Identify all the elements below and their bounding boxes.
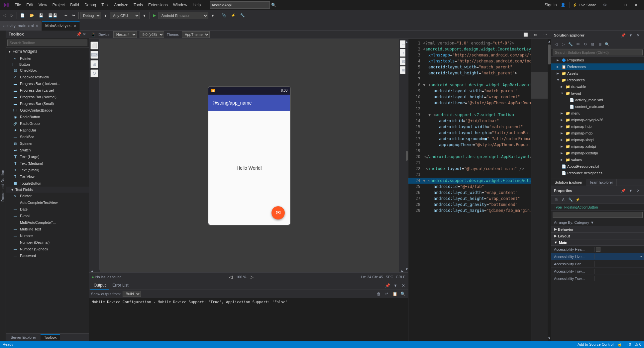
toolbox-item-email[interactable]: — E-mail [6,213,89,219]
xml-scroll-thumb[interactable] [548,44,551,64]
toolbox-item-number-decimal[interactable]: — Number (Decimal) [6,239,89,246]
sol-refresh-btn[interactable]: ↻ [582,41,589,47]
minimize-button[interactable]: — [609,0,620,10]
version-select[interactable]: 9.0 (v28) [140,31,164,38]
section-main[interactable]: ▼ Main [551,239,644,246]
sol-filter-btn[interactable]: ⊞ [596,41,603,47]
sol-forward-btn[interactable]: ▷ [560,41,567,47]
menu-build[interactable]: Build [67,1,82,9]
open-file-button[interactable]: 📂 [28,13,36,18]
device-select[interactable]: Nexus 4 [113,31,137,38]
debug-config-select[interactable]: Debug [80,12,101,19]
props-pin-icon[interactable]: 📌 [620,187,627,194]
toolbox-item-autocomplete[interactable]: — AutoCompleteTextView [6,199,89,206]
toolbox-item-switch[interactable]: ⇄ Switch [6,147,89,153]
clear-output-btn[interactable]: 🗑 [376,291,382,297]
tree-item-mipmap-xxxhdpi[interactable]: ▶ 📁 mipmap-xxxhdpi [551,150,644,156]
redo-button[interactable]: ↪ [70,13,77,18]
sol-back-btn[interactable]: ◁ [553,41,559,47]
tree-item-mipmap-hdpi[interactable]: ▶ 📁 mipmap-hdpi [551,123,644,130]
accessibility-traversal-before-input[interactable] [596,269,643,273]
solution-pin-icon[interactable]: 📌 [620,32,627,39]
emulator-arrow[interactable]: ▼ [209,13,217,18]
menu-test[interactable]: Test [99,1,111,9]
toolbox-item-text-large[interactable]: T Text (Large) [6,153,89,160]
output-pin-icon[interactable]: 📌 [384,282,391,289]
tab-toolbox[interactable]: Toolbox [41,334,60,340]
sign-in-label[interactable]: Sign in [545,3,557,7]
designer-scroll-left[interactable]: ◄ [90,269,94,273]
toolbox-item-radiobutton[interactable]: ◉ RadioButton [6,114,89,120]
prop-value-accessibility-traversal-after[interactable] [594,276,644,281]
toolbox-item-text-medium[interactable]: T Text (Medium) [6,160,89,167]
menu-debug[interactable]: Debug [82,1,99,9]
tree-item-activity-main-xml[interactable]: ▶ 📄 activity_main.xml [551,97,644,103]
props-events-btn[interactable]: ⚡ [575,196,581,203]
props-search-input[interactable] [553,212,643,218]
sol-search-icon[interactable]: 🔍 [604,41,610,47]
zoom-in-btn[interactable]: ◁ [227,274,235,280]
toolbox-item-quickcontact[interactable]: ⋮⋮ QuickContactBadge [6,107,89,114]
phone-fab-button[interactable]: ✉ [271,206,285,219]
toolbox-item-checkedtextview[interactable]: ✓ CheckedTextView [6,74,89,80]
sol-properties-btn[interactable]: 🔧 [567,41,574,47]
accessibility-live-dropdown-icon[interactable]: ▼ [640,255,643,258]
tab-mainactivity[interactable]: MainActivity.cs ✕ [42,21,79,31]
diag-button[interactable]: 🔧 [238,13,247,18]
props-dropdown-icon[interactable]: ▼ [627,187,634,194]
perf-button[interactable]: ⚡ [229,13,238,18]
xml-editor-content[interactable]: 1 <?xml version="1.0" encoding="utf-8"?>… [408,39,531,341]
toolbox-item-number[interactable]: — Number [6,232,89,239]
save-all-button[interactable]: 💾💾 [46,13,59,18]
menu-help[interactable]: Help [190,1,203,9]
toolbox-item-checkbox[interactable]: ☑ CheckBox [6,67,89,74]
accessibility-pane-input[interactable] [596,262,643,266]
section-layout[interactable]: ▶ Layout [551,233,644,239]
tab-output[interactable]: Output [90,282,109,290]
toolbox-group-text-fields[interactable]: ▼ Text Fields [6,187,89,193]
find-output-btn[interactable]: 🔍 [399,291,406,297]
run-button[interactable]: ▶ [151,13,158,18]
toolbox-item-progressbar-s[interactable]: ▬ Progress Bar (Small) [6,100,89,107]
toolbox-item-radiogroup[interactable]: 🔗 RadioGroup [6,120,89,127]
tree-item-menu[interactable]: ▶ 📁 menu [551,110,644,117]
tree-item-assets[interactable]: ▶ 📁 Assets [551,70,644,77]
accessibility-heading-checkbox[interactable] [596,247,600,252]
tab-solution-explorer[interactable]: Solution Explorer [551,179,586,186]
settings-icon[interactable]: ⚙ [603,3,607,7]
prop-value-accessibility-live[interactable]: ▼ [594,254,644,259]
tree-item-values[interactable]: ▶ 📁 values [551,156,644,163]
toolbox-item-togglebutton[interactable]: ☰ ToggleButton [6,180,89,187]
add-to-source-control[interactable]: Add to Source Control [578,342,613,346]
tree-item-references[interactable]: ▶ 📋 References [551,63,644,70]
copy-output-btn[interactable]: 📋 [391,291,398,297]
live-share-btn[interactable]: ⚡ Live Share [570,2,599,8]
designer-scroll-right[interactable]: ► [401,269,404,273]
portrait-btn[interactable]: ⬜ [521,32,530,38]
menu-file[interactable]: File [12,1,24,9]
wrap-output-btn[interactable]: ↵ [383,291,390,297]
tab-error-list[interactable]: Error List [109,282,132,290]
global-search-input[interactable] [210,1,270,9]
platform-select[interactable]: Any CPU [110,12,140,19]
split-mode-btn[interactable]: ⊞ [90,60,98,68]
sol-collapse-btn[interactable]: ⊟ [589,41,596,47]
tree-item-content-main-xml[interactable]: ▶ 📄 content_main.xml [551,103,644,110]
toolbox-item-textview[interactable]: T TextView [6,173,89,180]
tree-item-resourcedesigner[interactable]: ▶ 📄 Resource.designer.cs [551,170,644,176]
theme-select[interactable]: AppTheme [182,31,210,38]
toolbox-item-pointer2[interactable]: ↖ Pointer [6,193,89,199]
debug-config-arrow[interactable]: ▼ [102,13,109,18]
more-designer-btn[interactable]: ⋯ [541,32,549,38]
props-close-icon[interactable]: ✕ [635,187,641,194]
tab-close-mainactivity[interactable]: ✕ [73,24,76,28]
tree-item-drawable[interactable]: ▶ 📁 drawable [551,83,644,90]
tree-item-resources[interactable]: ▼ 📁 Resources [551,77,644,83]
arrange-arrow-icon[interactable]: ▼ [590,220,594,224]
menu-tools[interactable]: Tools [131,1,146,9]
landscape-btn[interactable]: ▭ [532,32,539,38]
tab-close-activity-main[interactable]: ✕ [36,24,38,28]
tree-item-properties[interactable]: ▶ 🔷 Properties [551,57,644,63]
solution-dropdown-icon[interactable]: ▼ [627,32,634,39]
minimap-viewport[interactable] [531,72,548,99]
